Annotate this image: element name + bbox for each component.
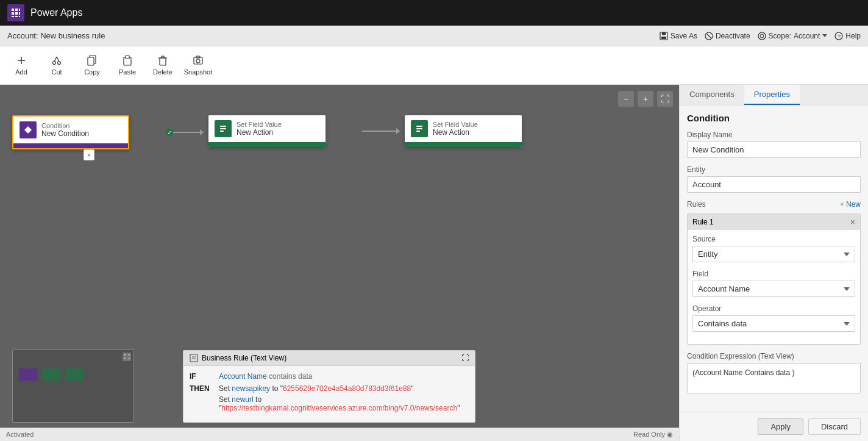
svg-rect-2 bbox=[19, 9, 20, 11]
app-layout: Power Apps Account: New business rule Sa… bbox=[0, 0, 868, 441]
svg-line-22 bbox=[54, 57, 57, 62]
svg-rect-38 bbox=[220, 131, 224, 132]
condition-node[interactable]: Condition New Condition bbox=[12, 115, 129, 149]
save-as-button[interactable]: Save As bbox=[660, 32, 697, 40]
rules-section: Rules + New Rule 1 × Source Entit bbox=[687, 200, 861, 345]
status-bar: Activated Read Only ◉ bbox=[0, 428, 679, 441]
rule-name: Rule 1 bbox=[692, 218, 714, 226]
right-panel: Components Properties Condition Display … bbox=[679, 85, 868, 441]
svg-rect-8 bbox=[19, 16, 20, 17]
source-label: Source bbox=[692, 235, 855, 243]
operator-field: Operator Contains data bbox=[692, 304, 855, 332]
condition-labels: Condition New Condition bbox=[41, 122, 89, 138]
cut-button[interactable]: Cut bbox=[40, 49, 73, 82]
action2-icon bbox=[411, 120, 428, 137]
source-select[interactable]: Entity bbox=[692, 246, 855, 262]
business-rule-panel: Business Rule (Text View) ⛶ IF Account N… bbox=[183, 350, 475, 423]
tab-properties[interactable]: Properties bbox=[744, 85, 800, 105]
delete-node-button[interactable]: × bbox=[84, 149, 94, 160]
action2-bar bbox=[405, 142, 522, 147]
rule-card: Rule 1 × Source Entity Field bbox=[687, 213, 861, 345]
business-rule-expand-button[interactable]: ⛶ bbox=[461, 354, 469, 362]
then-keyword: THEN bbox=[190, 384, 214, 393]
scope-button[interactable]: Scope: Account bbox=[758, 32, 828, 40]
then-row: THEN Set newsapikey to "6255629e702e4a54… bbox=[190, 384, 469, 412]
display-name-label: Display Name bbox=[687, 131, 861, 139]
rule-close-button[interactable]: × bbox=[850, 217, 855, 227]
action1-node[interactable]: Set Field Value New Action bbox=[208, 115, 326, 147]
action1-name: New Action bbox=[237, 128, 282, 137]
business-rule-title: Business Rule (Text View) bbox=[202, 354, 286, 362]
entity-field: Entity bbox=[687, 165, 861, 193]
svg-rect-28 bbox=[160, 58, 166, 65]
canvas-area[interactable]: − + ⛶ Condition New Condi bbox=[0, 85, 679, 441]
deactivate-button[interactable]: Deactivate bbox=[705, 32, 750, 40]
save-as-label: Save As bbox=[671, 32, 697, 40]
status-text: Activated bbox=[6, 431, 34, 438]
help-button[interactable]: ? Help bbox=[834, 32, 861, 40]
action2-node[interactable]: Set Field Value New Action bbox=[405, 115, 522, 147]
action1-bar bbox=[208, 142, 326, 147]
snapshot-button[interactable]: Snapshot bbox=[182, 49, 215, 82]
snapshot-label: Snapshot bbox=[184, 68, 212, 76]
rule-card-header: Rule 1 × bbox=[688, 214, 860, 230]
grid-icon[interactable] bbox=[7, 4, 24, 21]
svg-rect-27 bbox=[126, 56, 129, 59]
display-name-input[interactable] bbox=[687, 142, 861, 158]
scope-value: Account bbox=[794, 32, 820, 40]
rule-card-body: Source Entity Field Account Name bbox=[688, 230, 860, 344]
svg-rect-5 bbox=[19, 12, 20, 15]
svg-point-34 bbox=[196, 59, 200, 63]
discard-button[interactable]: Discard bbox=[808, 418, 861, 435]
main-layout: − + ⛶ Condition New Condi bbox=[0, 85, 868, 441]
add-button[interactable]: Add bbox=[5, 49, 38, 82]
if-content: Account Name contains data bbox=[219, 372, 312, 381]
svg-point-21 bbox=[58, 62, 61, 65]
svg-rect-4 bbox=[15, 12, 18, 15]
svg-rect-40 bbox=[416, 128, 422, 129]
rules-add-button[interactable]: + New bbox=[840, 200, 861, 209]
delete-label: Delete bbox=[153, 68, 173, 76]
paste-button[interactable]: Paste bbox=[111, 49, 144, 82]
action1-node-header: Set Field Value New Action bbox=[208, 115, 326, 142]
display-name-field: Display Name bbox=[687, 131, 861, 158]
zoom-in-button[interactable]: + bbox=[638, 91, 653, 107]
tab-components[interactable]: Components bbox=[680, 85, 744, 105]
entity-input[interactable] bbox=[687, 176, 861, 193]
mini-map-expand-button[interactable]: ⛶ bbox=[123, 353, 131, 361]
if-keyword: IF bbox=[190, 372, 214, 381]
panel-tabs: Components Properties bbox=[680, 85, 868, 106]
canvas-nodes: Condition New Condition ✓ × bbox=[12, 115, 558, 149]
cut-label: Cut bbox=[51, 68, 62, 76]
condition-expr-value: (Account Name Contains data ) bbox=[687, 363, 861, 393]
deactivate-label: Deactivate bbox=[716, 32, 750, 40]
fullscreen-button[interactable]: ⛶ bbox=[657, 91, 673, 107]
zoom-controls: − + ⛶ bbox=[618, 91, 673, 107]
entity-label: Entity bbox=[687, 165, 861, 174]
header-actions: Save As Deactivate Scope: Account ? Help bbox=[660, 32, 861, 40]
operator-select[interactable]: Contains data bbox=[692, 315, 855, 332]
svg-line-23 bbox=[57, 57, 59, 62]
field-label: Field bbox=[692, 270, 855, 278]
svg-rect-36 bbox=[220, 126, 226, 127]
svg-rect-7 bbox=[15, 16, 18, 17]
add-label: Add bbox=[15, 68, 27, 76]
field-select[interactable]: Account Name bbox=[692, 281, 855, 297]
action1-type: Set Field Value bbox=[237, 121, 282, 128]
action1-icon bbox=[215, 120, 232, 137]
svg-rect-1 bbox=[15, 9, 18, 11]
rules-header: Rules + New bbox=[687, 200, 861, 209]
apply-button[interactable]: Apply bbox=[758, 418, 803, 435]
svg-rect-11 bbox=[661, 37, 666, 39]
action2-type: Set Field Value bbox=[433, 121, 478, 128]
svg-point-20 bbox=[53, 62, 56, 65]
svg-rect-42 bbox=[190, 354, 197, 362]
panel-section-title: Condition bbox=[687, 113, 861, 123]
copy-button[interactable]: Copy bbox=[76, 49, 108, 82]
delete-button[interactable]: Delete bbox=[146, 49, 179, 82]
zoom-out-button[interactable]: − bbox=[618, 91, 634, 107]
business-rule-body: IF Account Name contains data THEN Set n… bbox=[183, 366, 475, 422]
action2-node-header: Set Field Value New Action bbox=[405, 115, 522, 142]
then-line1: Set newsapikey to "6255629e702e4a54a80d7… bbox=[219, 384, 469, 393]
action2-labels: Set Field Value New Action bbox=[433, 121, 478, 137]
